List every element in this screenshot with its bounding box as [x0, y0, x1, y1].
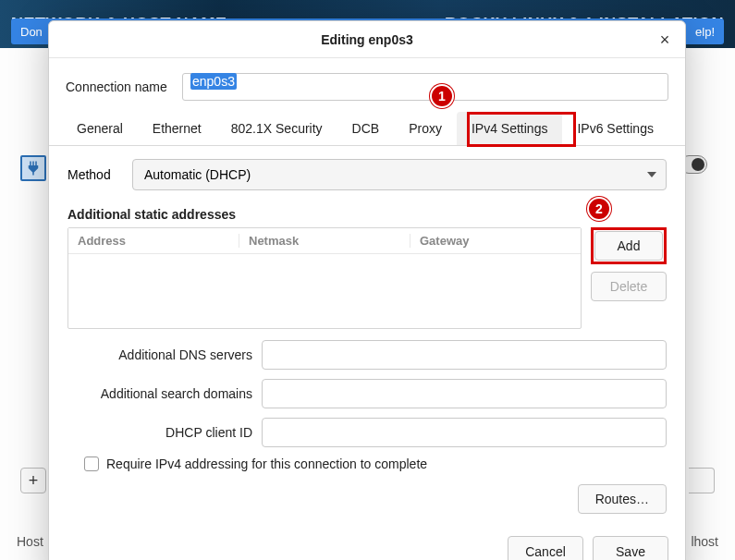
tab-ipv6-settings[interactable]: IPv6 Settings — [562, 112, 668, 145]
tab-ipv4-settings[interactable]: IPv4 Settings — [457, 112, 563, 145]
tab-general[interactable]: General — [62, 112, 138, 145]
settings-tabs: General Ethernet 802.1X Security DCB Pro… — [49, 112, 685, 146]
search-domains-label: Additional search domains — [67, 386, 252, 401]
tab-ethernet[interactable]: Ethernet — [138, 112, 216, 145]
dialog-titlebar: Editing enp0s3 × — [49, 21, 685, 58]
addresses-section-title: Additional static addresses — [67, 207, 667, 222]
current-hostname-fragment: lhost — [691, 534, 718, 549]
addresses-table[interactable]: Address Netmask Gateway — [67, 227, 582, 329]
require-ipv4-label: Require IPv4 addressing for this connect… — [106, 457, 427, 471]
dhcp-client-id-label: DHCP client ID — [67, 425, 252, 440]
method-label: Method — [67, 167, 117, 182]
done-bar-right: elp! — [695, 25, 715, 39]
edit-connection-dialog: Editing enp0s3 × Connection name enp0s3 … — [48, 20, 686, 560]
connection-name-input[interactable]: enp0s3 — [182, 73, 668, 101]
method-select[interactable]: Automatic (DHCP) — [132, 159, 667, 190]
dns-servers-label: Additional DNS servers — [67, 347, 252, 362]
tab-dcb[interactable]: DCB — [337, 112, 395, 145]
search-domains-input[interactable] — [262, 379, 667, 408]
hostname-label-fragment: Host — [17, 534, 43, 549]
close-icon: × — [660, 30, 670, 50]
annotation-badge-2: 2 — [587, 197, 611, 221]
tab-8021x[interactable]: 802.1X Security — [216, 112, 337, 145]
connection-name-value: enp0s3 — [190, 73, 237, 90]
dialog-footer: Cancel Save — [49, 523, 685, 560]
col-gateway: Gateway — [410, 234, 581, 248]
require-ipv4-checkbox[interactable] — [84, 457, 99, 471]
save-button[interactable]: Save — [593, 536, 668, 560]
annotation-highlight-add: Add — [591, 227, 667, 264]
tab-proxy[interactable]: Proxy — [394, 112, 457, 145]
add-address-button[interactable]: Add — [594, 231, 663, 261]
dns-servers-input[interactable] — [262, 340, 667, 370]
routes-button[interactable]: Routes… — [578, 484, 667, 514]
close-button[interactable]: × — [654, 29, 676, 51]
delete-address-button[interactable]: Delete — [591, 272, 667, 301]
dhcp-client-id-input[interactable] — [262, 418, 667, 447]
cancel-button[interactable]: Cancel — [508, 536, 583, 560]
ethernet-device-icon[interactable] — [20, 155, 46, 181]
col-netmask: Netmask — [239, 234, 410, 248]
annotation-badge-1: 1 — [430, 84, 454, 108]
connection-name-label: Connection name — [66, 79, 182, 94]
add-interface-button[interactable]: + — [20, 468, 46, 493]
chevron-down-icon — [647, 172, 656, 177]
col-address: Address — [68, 234, 239, 248]
done-bar-left: Don — [20, 25, 43, 39]
dialog-title: Editing enp0s3 — [321, 32, 413, 47]
configure-button-fragment[interactable] — [689, 468, 715, 493]
plug-icon — [25, 160, 42, 177]
method-value: Automatic (DHCP) — [144, 167, 251, 182]
